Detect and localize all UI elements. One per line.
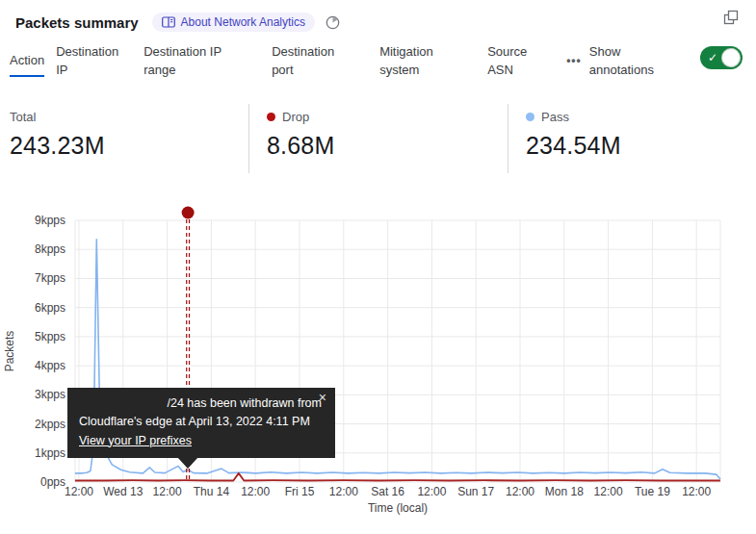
view-ip-prefixes-link[interactable]: View your IP prefixes [79,432,192,450]
stat-drop-value: 8.68M [267,132,508,160]
tab-action[interactable]: Action [10,52,44,77]
tab-mitigation-system[interactable]: Mitigation system [379,43,447,80]
stat-pass-value: 234.54M [526,132,756,160]
tooltip-line1: /24 has been withdrawn from [79,394,324,413]
packets-summary-panel: Packets summary About Network Analytics … [0,0,756,534]
about-network-analytics-link[interactable]: About Network Analytics [152,13,315,32]
y-tick-label: 2kpps [35,418,65,431]
annotations-toggle[interactable]: ✓ [700,46,743,69]
toggle-knob [721,48,741,67]
stat-pass-label: Pass [526,110,756,124]
tab-destination-ip-range[interactable]: Destination IP range [143,43,230,80]
time-range-icon[interactable] [325,14,341,31]
series-drop-line [75,473,720,481]
show-annotations-label: Show annotations [589,43,670,80]
x-tick-label: 12:00 [65,485,93,498]
about-link-label: About Network Analytics [181,15,305,29]
x-tick-label: Sun 17 [457,485,494,498]
tab-source-asn[interactable]: Source ASN [487,43,535,80]
x-tick-label: Mon 18 [545,485,584,498]
stat-total-label: Total [10,110,248,124]
stats-row: Total 243.23M Drop 8.68M Pass 234.54M [0,104,756,173]
x-tick-label: Wed 13 [103,485,143,498]
stat-total-value: 243.23M [10,132,248,160]
stat-total: Total 243.23M [0,104,248,173]
y-tick-label: 7kpps [35,271,65,285]
x-tick-label: 12:00 [153,485,182,498]
tab-bar: Action Destination IP Destination IP ran… [10,43,756,80]
drop-dot-icon [267,113,275,121]
x-tick-label: Fri 15 [285,485,315,498]
popout-window-icon[interactable] [723,10,739,29]
stat-pass: Pass 234.54M [508,104,756,173]
stat-drop: Drop 8.68M [248,104,508,173]
y-tick-label: 4kpps [35,359,65,372]
x-tick-label: 12:00 [241,485,270,498]
tab-destination-ip[interactable]: Destination IP [56,43,129,80]
y-tick-label: 5kpps [35,330,65,343]
annotation-dot[interactable] [182,207,195,219]
y-tick-label: 3kpps [35,388,65,401]
x-tick-label: Sat 16 [371,485,404,498]
page-title: Packets summary [15,14,139,31]
tooltip-close-icon[interactable]: × [319,391,326,404]
y-tick-label: 6kpps [35,301,65,315]
tab-destination-port[interactable]: Destination port [272,43,345,80]
y-tick-label: 1kpps [35,446,65,460]
panel-header: Packets summary About Network Analytics [15,8,741,37]
x-axis-title: Time (local) [368,501,428,515]
packets-chart[interactable]: 0pps1kpps2kpps3kpps4kpps5kpps6kpps7kpps8… [0,202,756,534]
x-tick-label: 12:00 [417,485,446,498]
tooltip-caret [177,457,198,469]
x-tick-label: 12:00 [682,485,711,498]
pass-dot-icon [526,113,534,121]
x-tick-label: Thu 14 [194,485,230,498]
x-tick-label: 12:00 [329,485,358,498]
toggle-check-icon: ✓ [708,50,717,65]
x-tick-label: 12:00 [506,485,534,498]
x-tick-label: Tue 19 [635,485,670,498]
annotation-tooltip: × /24 has been withdrawn from Cloudflare… [67,388,335,458]
y-axis-title: Packets [3,331,16,372]
more-tabs-button[interactable]: ••• [566,53,582,69]
x-tick-label: 12:00 [594,485,623,498]
stat-drop-label: Drop [267,110,508,124]
chart-canvas[interactable]: 0pps1kpps2kpps3kpps4kpps5kpps6kpps7kpps8… [0,202,756,534]
y-tick-label: 8kpps [35,242,65,256]
tooltip-line2: Cloudflare's edge at April 13, 2022 4:11… [79,413,324,431]
y-tick-label: 9kpps [35,214,65,227]
book-icon [162,16,175,28]
y-tick-label: 0pps [40,475,65,489]
